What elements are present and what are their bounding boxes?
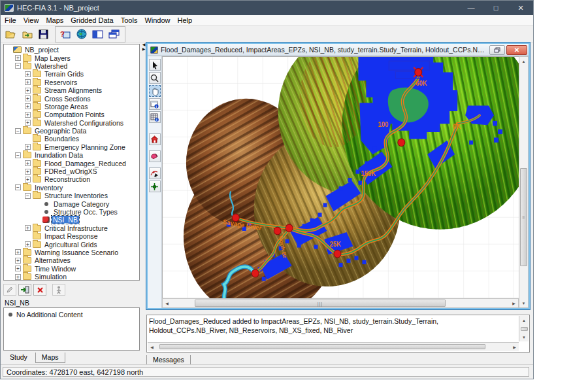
grid-info-icon[interactable]: i	[149, 111, 161, 123]
edit-vertex-icon[interactable]	[149, 167, 161, 179]
tree-item-storage-areas[interactable]: +Storage Areas	[5, 103, 139, 111]
tree-item-watershed[interactable]: −Watershed	[5, 62, 139, 70]
restore-window-button[interactable]	[489, 45, 505, 55]
expand-icon[interactable]: +	[25, 120, 31, 126]
tree-item-agricultural-grids[interactable]: +Agricultural Grids	[5, 240, 139, 248]
import-arrow-icon[interactable]	[18, 284, 31, 296]
person-icon[interactable]	[52, 284, 65, 296]
map-canvas[interactable]: 60K 100 0K 150K 25K Savage River North B…	[163, 57, 519, 307]
menu-help[interactable]: Help	[174, 16, 196, 25]
tree-item-flood-damages-reduced[interactable]: +Flood_Damages_Reduced	[5, 159, 139, 167]
tree-item-watershed-configurations[interactable]: +Watershed Configurations	[5, 119, 139, 127]
tree-item-reservoirs[interactable]: +Reservoirs	[5, 78, 139, 86]
tree-item-critical-infrastructure[interactable]: +Critical Infrastructure	[5, 224, 139, 232]
expand-icon[interactable]: +	[25, 79, 31, 85]
map-vertical-scrollbar[interactable]: ▲ ≡ ▼	[519, 56, 529, 308]
scroll-up-icon[interactable]: ▲	[520, 316, 529, 324]
tree-item-simulation[interactable]: +Simulation	[5, 273, 139, 281]
edit-pencil-icon[interactable]	[3, 284, 16, 296]
tree-item-impact-response[interactable]: Impact Response	[5, 232, 139, 240]
tree-item-geographic-data[interactable]: −Geographic Data	[5, 127, 139, 135]
scroll-right-icon[interactable]: ▶	[510, 299, 518, 307]
map-window-info-icon[interactable]: i	[149, 98, 161, 110]
tree-item-computation-points[interactable]: +Computation Points	[5, 111, 139, 118]
tree-item-terrain-grids[interactable]: +Terrain Grids	[5, 70, 139, 78]
expand-icon[interactable]: +	[25, 160, 31, 166]
expand-icon[interactable]: +	[25, 103, 31, 109]
expand-icon[interactable]: +	[15, 266, 21, 271]
tree-item-reconstruction[interactable]: +Reconstruction	[5, 175, 139, 183]
tree-item-nb-project[interactable]: NB_project	[5, 46, 139, 54]
minimize-button[interactable]: —	[459, 1, 483, 15]
expand-icon[interactable]: +	[25, 112, 31, 118]
tab-study[interactable]: Study	[3, 353, 34, 363]
collapse-left-icon[interactable]: ◀	[141, 43, 146, 47]
question-window-icon[interactable]: ?	[57, 27, 73, 41]
tile-windows-icon[interactable]	[90, 27, 105, 41]
collapse-right-icon[interactable]: ▶	[141, 47, 146, 52]
collapse-icon[interactable]: −	[15, 152, 21, 158]
delete-x-icon[interactable]	[33, 284, 46, 296]
collapse-icon[interactable]: −	[15, 128, 21, 134]
select-arrow-icon[interactable]	[149, 59, 161, 71]
expand-icon[interactable]: +	[25, 177, 31, 182]
tree-item-inundation-data[interactable]: −Inundation Data	[5, 151, 139, 159]
collapse-icon[interactable]: −	[25, 193, 31, 199]
messages-vertical-scrollbar[interactable]: ▲ ▼	[519, 316, 529, 341]
expand-icon[interactable]: +	[25, 88, 31, 94]
scroll-up-icon[interactable]: ▲	[519, 57, 528, 65]
map-horizontal-scrollbar[interactable]: ◀ ||| ▶	[162, 298, 519, 308]
tree-item-map-layers[interactable]: +Map Layers	[5, 54, 139, 61]
import-folder-icon[interactable]	[20, 27, 35, 41]
tree-item-structure-inventories[interactable]: −Structure Inventories	[5, 192, 139, 199]
menu-window[interactable]: Window	[141, 16, 173, 25]
tree-item-inventory[interactable]: −Inventory	[5, 184, 139, 192]
scroll-left-icon[interactable]: ◀	[163, 299, 171, 307]
home-icon[interactable]	[149, 133, 161, 145]
menu-view[interactable]: View	[20, 16, 42, 25]
expand-icon[interactable]: +	[25, 169, 31, 175]
vertical-scroll-thumb[interactable]: ≡	[520, 168, 527, 266]
scroll-right-icon[interactable]: ▶	[510, 343, 519, 351]
expand-icon[interactable]: +	[25, 241, 31, 247]
pan-hand-icon[interactable]	[149, 85, 161, 97]
tree-item-time-window[interactable]: +Time Window	[5, 265, 139, 273]
map-window-titlebar[interactable]: Flood_Damages_Reduced, ImpactAreas_EPZs,…	[148, 44, 529, 56]
expand-icon[interactable]: +	[25, 225, 31, 231]
panel-splitter[interactable]: ◀ ▶	[141, 43, 146, 363]
cascade-windows-icon[interactable]	[106, 27, 122, 41]
expand-icon[interactable]: +	[25, 95, 31, 101]
tree-item-alternatives[interactable]: +Alternatives	[5, 256, 139, 264]
tab-maps[interactable]: Maps	[35, 353, 65, 363]
tree-item-fdred-worigxs[interactable]: +FDRed_wOrigXS	[5, 167, 139, 175]
vertical-scroll-thumb[interactable]	[521, 327, 528, 331]
tree-item-cross-sections[interactable]: +Cross Sections	[5, 94, 139, 102]
menu-file[interactable]: File	[1, 16, 20, 25]
tree-item-nsi-nb[interactable]: NSI_NB	[5, 216, 139, 224]
tree-item-structure-occ-types[interactable]: Structure Occ. Types	[5, 208, 139, 216]
collapse-icon[interactable]: −	[15, 63, 21, 69]
close-map-window-button[interactable]: ✕	[506, 45, 527, 55]
maximize-button[interactable]: □	[483, 1, 508, 15]
tree-item-emergency-planning-zone[interactable]: +Emergency Planning Zone	[5, 143, 139, 151]
globe-icon[interactable]	[74, 27, 89, 41]
expand-icon[interactable]: +	[15, 258, 21, 264]
close-button[interactable]: ✕	[508, 1, 533, 15]
expand-icon[interactable]: +	[25, 71, 31, 77]
add-point-icon[interactable]	[149, 181, 161, 192]
tree-item-stream-alignments[interactable]: +Stream Alignments	[5, 86, 139, 94]
collapse-icon[interactable]: −	[15, 184, 21, 190]
save-icon[interactable]	[36, 27, 51, 41]
scroll-down-icon[interactable]: ▼	[519, 299, 528, 307]
tree-item-boundaries[interactable]: Boundaries	[5, 135, 139, 143]
expand-icon[interactable]: +	[15, 55, 21, 61]
menu-maps[interactable]: Maps	[42, 16, 67, 25]
expand-icon[interactable]: +	[15, 249, 21, 255]
expand-icon[interactable]: +	[25, 144, 31, 150]
menu-gridded-data[interactable]: Gridded Data	[67, 16, 116, 25]
tree-item-warning-issuance-scenario[interactable]: +Warning Issuance Scenario	[5, 249, 139, 256]
menu-tools[interactable]: Tools	[118, 16, 141, 25]
scroll-left-icon[interactable]: ◀	[148, 343, 156, 351]
horizontal-scroll-thumb[interactable]: |||	[195, 300, 445, 307]
open-folder-icon[interactable]	[3, 27, 18, 41]
